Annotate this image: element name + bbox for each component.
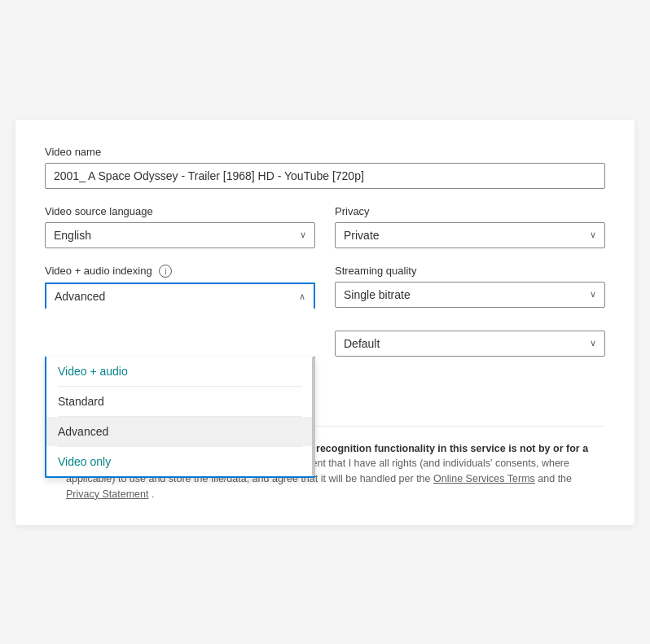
- indexing-value: Advanced: [55, 290, 105, 303]
- indexing-info-icon[interactable]: i: [159, 265, 172, 278]
- indexing-streaming-row: Video + audio indexing i Advanced ∧ Vide…: [45, 265, 605, 357]
- dropdown-scrollbar[interactable]: [312, 357, 315, 476]
- source-language-col: Video source language English ∨: [45, 205, 315, 248]
- source-language-label: Video source language: [45, 205, 315, 217]
- streaming-label: Streaming quality: [335, 265, 605, 277]
- and-text: and the: [538, 473, 572, 484]
- video-name-label: Video name: [45, 146, 605, 158]
- streaming-value: Single bitrate: [344, 288, 411, 301]
- indexing-dropdown: Video + audio Standard Advanced Video on…: [45, 357, 315, 478]
- default-select[interactable]: Default ∨: [335, 331, 605, 357]
- streaming-chevron-icon: ∨: [590, 289, 596, 300]
- dropdown-item-video-only[interactable]: Video only: [46, 447, 314, 476]
- dropdown-item-video-audio[interactable]: Video + audio: [46, 357, 314, 386]
- indexing-col: Video + audio indexing i Advanced ∧ Vide…: [45, 265, 315, 357]
- period-text: .: [152, 488, 154, 500]
- indexing-chevron-up-icon: ∧: [299, 291, 305, 302]
- privacy-col: Privacy Private ∨: [335, 205, 605, 248]
- ost-link[interactable]: Online Services Terms: [433, 473, 535, 484]
- streaming-col: Streaming quality Single bitrate ∨ Defau…: [335, 265, 605, 357]
- source-privacy-row: Video source language English ∨ Privacy …: [45, 205, 605, 248]
- video-name-section: Video name: [45, 146, 605, 189]
- source-language-value: English: [54, 229, 91, 242]
- privacy-statement-link[interactable]: Privacy Statement: [66, 488, 148, 500]
- dropdown-item-advanced[interactable]: Advanced: [46, 417, 314, 446]
- privacy-select[interactable]: Private ∨: [335, 222, 605, 248]
- source-language-select[interactable]: English ∨: [45, 222, 315, 248]
- default-chevron-icon: ∨: [590, 338, 596, 348]
- video-name-input[interactable]: [45, 163, 605, 189]
- indexing-label: Video + audio indexing i: [45, 265, 315, 278]
- privacy-chevron-icon: ∨: [590, 230, 596, 240]
- privacy-value: Private: [344, 229, 380, 242]
- streaming-select[interactable]: Single bitrate ∨: [335, 282, 605, 308]
- main-card: Video name Video source language English…: [15, 120, 635, 525]
- source-language-chevron-icon: ∨: [300, 230, 306, 240]
- privacy-label: Privacy: [335, 205, 605, 217]
- dropdown-item-standard[interactable]: Standard: [46, 387, 314, 416]
- default-value: Default: [344, 337, 380, 350]
- indexing-select[interactable]: Advanced ∧: [45, 283, 315, 309]
